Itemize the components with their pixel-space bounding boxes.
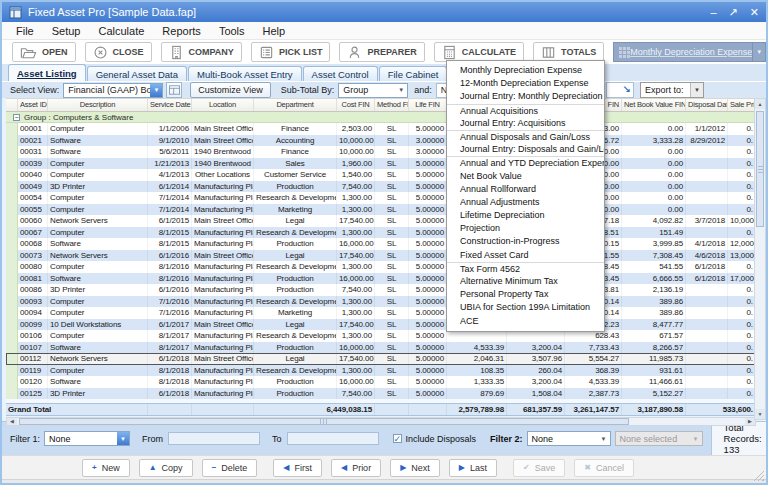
table-row[interactable]: 0009910 Dell Workstations6/1/2017Main St…	[6, 319, 756, 331]
table-row[interactable]: 00054Computer7/1/2014Manufacturing Plant…	[6, 192, 756, 204]
vertical-scrollbar[interactable]: ▲ ▼	[754, 98, 766, 420]
col-header-disposal-date[interactable]: Disposal Date	[686, 99, 728, 111]
chevron-down-icon[interactable]: ▼	[752, 43, 765, 61]
export-combobox[interactable]: Export to: ▼	[640, 82, 704, 98]
toolbar-totals-button[interactable]: TOTALS	[533, 42, 604, 62]
table-row[interactable]: 001253D Printer6/1/2018Manufacturing Pla…	[6, 388, 756, 400]
filter2-combobox[interactable]: None ▼	[527, 431, 611, 446]
col-header-location[interactable]: Location	[192, 99, 254, 111]
horizontal-scroll-thumb[interactable]	[19, 418, 629, 425]
toolbar-pick-list-button[interactable]: PICK LIST	[251, 42, 331, 62]
report-item-tax-form-4562[interactable]: Tax Form 4562	[447, 262, 604, 275]
table-row[interactable]: 00039Computer1/21/20131940 BrentwoodSale…	[6, 158, 756, 170]
locate-box[interactable]: ↘	[606, 82, 634, 98]
toolbar-company-button[interactable]: COMPANY	[161, 42, 242, 62]
table-row[interactable]: 00094Computer7/1/2016Manufacturing Plant…	[6, 307, 756, 319]
report-item-annual-acquisitions[interactable]: Annual Acquisitions	[447, 104, 604, 117]
report-item-annual-adjustments[interactable]: Annual Adjustments	[447, 196, 604, 209]
table-row[interactable]: 00093Computer7/1/2016Manufacturing Plant…	[6, 296, 756, 308]
menu-setup[interactable]: Setup	[43, 25, 90, 37]
tab-general-asset-data[interactable]: General Asset Data	[87, 66, 187, 81]
col-header-description[interactable]: Description	[48, 99, 148, 111]
col-header-net-book-value-fin[interactable]: Net Book Value FIN	[622, 99, 686, 111]
chevron-down-icon[interactable]: ▼	[690, 83, 703, 97]
table-row[interactable]: 00119Computer8/1/2018Manufacturing Plant…	[6, 365, 756, 377]
report-item-construction-in-progress[interactable]: Construction-in-Progress	[447, 235, 604, 248]
table-row[interactable]: 00060Network Servers6/1/2015Main Street …	[6, 215, 756, 227]
report-item-journal-entry-acquisitions[interactable]: Journal Entry: Acquisitions	[447, 117, 604, 130]
view-settings-button[interactable]	[166, 82, 182, 98]
col-header-method-fin[interactable]: Method FIN	[375, 99, 409, 111]
report-item-monthly-depreciation-expense[interactable]: Monthly Depreciation Expense	[447, 64, 604, 77]
report-item-annual-disposals-and-gain-loss[interactable]: Annual Disposals and Gain/Loss	[447, 130, 604, 143]
report-item-alternative-minimum-tax[interactable]: Alternative Minimum Tax	[447, 275, 604, 288]
menu-reports[interactable]: Reports	[153, 25, 210, 37]
new-button[interactable]: +New	[82, 459, 130, 477]
filter1-combobox[interactable]: None ▼	[44, 431, 130, 446]
report-item-projection[interactable]: Projection	[447, 222, 604, 235]
customize-view-button[interactable]: Customize View	[190, 82, 270, 98]
table-row[interactable]: 00021Software9/1/2010Main Street OfficeA…	[6, 135, 756, 147]
scroll-up-icon[interactable]: ▲	[755, 99, 765, 109]
col-header-service-date[interactable]: Service Date	[148, 99, 192, 111]
chevron-down-icon[interactable]: ▼	[150, 84, 162, 97]
table-row[interactable]: 00073Network Servers6/1/2016Main Street …	[6, 250, 756, 262]
from-input[interactable]	[168, 432, 260, 445]
include-disposals-checkbox[interactable]: ✓	[393, 434, 402, 443]
chevron-down-icon[interactable]: ▼	[117, 432, 129, 445]
col-header-asset-id[interactable]: Asset ID	[18, 99, 48, 111]
table-row[interactable]: 00080Computer8/1/2016Manufacturing Plant…	[6, 261, 756, 273]
report-item-personal-property-tax[interactable]: Personal Property Tax	[447, 288, 604, 301]
close-button[interactable]: ✕	[750, 7, 759, 18]
menu-file[interactable]: File	[7, 25, 43, 37]
table-row[interactable]: 000863D Printer6/1/2016Manufacturing Pla…	[6, 284, 756, 296]
table-row[interactable]: 00067Computer8/1/2015Manufacturing Plant…	[6, 227, 756, 239]
scroll-down-icon[interactable]: ▼	[755, 409, 765, 419]
tab-multi-book-asset-entry[interactable]: Multi-Book Asset Entry	[188, 66, 302, 81]
copy-button[interactable]: ▲Copy	[139, 459, 193, 477]
subtotal-combobox[interactable]: Group ▼	[338, 83, 408, 98]
report-item-net-book-value[interactable]: Net Book Value	[447, 170, 604, 183]
report-item-12-month-depreciation-expense[interactable]: 12-Month Depreciation Expense	[447, 77, 604, 90]
tab-file-cabinet[interactable]: File Cabinet	[379, 66, 448, 81]
table-row[interactable]: 00081Software8/1/2016Manufacturing Plant…	[6, 273, 756, 285]
next-button[interactable]: ▶Next	[390, 459, 440, 477]
toolbar-calculate-button[interactable]: CALCULATE	[434, 42, 524, 62]
last-button[interactable]: ▶Last	[449, 459, 497, 477]
prior-button[interactable]: ◀Prior	[331, 459, 381, 477]
report-item-ubia-for-section-199a-limitation[interactable]: UBIA for Section 199A Limitation	[447, 301, 604, 314]
col-header-department[interactable]: Department	[254, 99, 337, 111]
menu-calculate[interactable]: Calculate	[89, 25, 153, 37]
table-row[interactable]: 00112Network Servers6/1/2018Main Street …	[6, 353, 756, 365]
chevron-down-icon[interactable]: ▼	[598, 436, 610, 442]
toolbar-preparer-button[interactable]: PREPARER	[339, 42, 424, 62]
table-row[interactable]: 00106Computer8/1/2017Manufacturing Plant…	[6, 330, 756, 342]
tab-asset-control[interactable]: Asset Control	[303, 66, 378, 81]
horizontal-scrollbar[interactable]: ◀ ▶	[6, 417, 756, 426]
menu-tools[interactable]: Tools	[210, 25, 254, 37]
vertical-scroll-thumb[interactable]	[756, 111, 764, 227]
scroll-left-icon[interactable]: ◀	[7, 418, 17, 425]
toolbar-open-button[interactable]: OPEN	[12, 42, 76, 62]
first-button[interactable]: ◀First	[273, 459, 322, 477]
tab-asset-listing[interactable]: Asset Listing	[8, 64, 86, 81]
table-row[interactable]: 00055Computer7/1/2014Manufacturing Plant…	[6, 204, 756, 216]
toolbar-close-button[interactable]: CLOSE	[85, 42, 152, 62]
report-item-lifetime-depreciation[interactable]: Lifetime Depreciation	[447, 209, 604, 222]
col-header-cost-fin[interactable]: Cost FIN	[337, 99, 375, 111]
table-row[interactable]: 00120Software8/1/2018Manufacturing Plant…	[6, 376, 756, 388]
collapse-icon[interactable]: −	[13, 114, 20, 121]
table-row[interactable]: 00031Software5/6/20111940 BrentwoodFinan…	[6, 146, 756, 158]
minimize-button[interactable]: –	[710, 7, 716, 18]
table-row[interactable]: 00068Software8/1/2015Manufacturing Plant…	[6, 238, 756, 250]
maximize-button[interactable]: ↗	[729, 7, 738, 18]
view-combobox[interactable]: Financial (GAAP) Book ▼	[63, 83, 163, 98]
report-item-annual-and-ytd-depreciation-expense[interactable]: Annual and YTD Depreciation Expense	[447, 156, 604, 169]
menu-help[interactable]: Help	[254, 25, 295, 37]
to-input[interactable]	[287, 432, 379, 445]
report-item-journal-entry-disposals-and-gain-loss[interactable]: Journal Entry: Disposals and Gain/Loss	[447, 143, 604, 156]
report-item-journal-entry-monthly-depreciation[interactable]: Journal Entry: Monthly Depreciation	[447, 90, 604, 103]
table-row[interactable]: 00107Software8/1/2017Manufacturing Plant…	[6, 342, 756, 354]
report-select[interactable]: Monthly Depreciation Expense ▼	[613, 42, 766, 62]
col-header-sale-price[interactable]: Sale Price	[728, 99, 756, 111]
